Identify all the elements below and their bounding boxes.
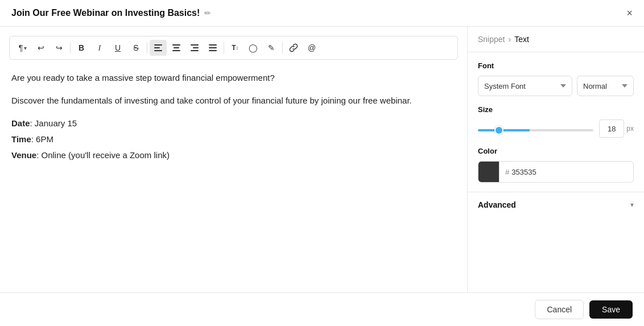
pen-tool-button[interactable]: ✎: [263, 40, 280, 56]
size-slider[interactable]: [478, 129, 593, 131]
svg-rect-1: [154, 47, 160, 48]
svg-rect-0: [154, 44, 162, 46]
strikethrough-button[interactable]: S: [127, 40, 145, 56]
color-section: Color #: [468, 147, 644, 192]
mention-button[interactable]: @: [303, 40, 320, 56]
toolbar-divider-3: [224, 42, 224, 53]
size-section-label: Size: [478, 105, 634, 114]
chevron-down-icon: ▾: [630, 201, 634, 209]
paragraph-icon: ¶: [19, 43, 23, 52]
size-section: Size px: [468, 105, 644, 147]
align-center-button[interactable]: [168, 40, 185, 56]
venue-value: : Online (you'll receive a Zoom link): [36, 150, 170, 160]
font-weight-select[interactable]: Normal Bold Light Medium: [577, 76, 634, 96]
modal-footer: Cancel Save: [0, 292, 644, 326]
modal-title: Join Our Free Webinar on Investing Basic…: [11, 8, 200, 18]
fill-color-button[interactable]: ◯: [245, 40, 262, 56]
color-section-label: Color: [478, 147, 634, 155]
date-label: Date: [11, 118, 30, 128]
size-input[interactable]: [599, 119, 624, 138]
align-justify-button[interactable]: [204, 40, 221, 56]
toolbar-divider-2: [147, 42, 147, 53]
size-unit: px: [626, 125, 634, 133]
align-right-button[interactable]: [186, 40, 203, 56]
editor-venue-line: Venue: Online (you'll receive a Zoom lin…: [11, 148, 456, 162]
panel-breadcrumb: Snippet › Text: [468, 27, 644, 52]
link-icon: [289, 43, 298, 52]
svg-rect-11: [209, 50, 217, 51]
save-button[interactable]: Save: [589, 300, 633, 319]
svg-rect-8: [191, 50, 199, 51]
editor-content[interactable]: Are you ready to take a massive step tow…: [9, 67, 458, 283]
color-hex-input[interactable]: [511, 168, 633, 176]
editor-area: ¶ ▾ ↩ ↪ B I U S: [0, 27, 468, 292]
font-row: System Font Arial Georgia Times New Roma…: [478, 76, 634, 96]
font-size-button[interactable]: T↕: [226, 40, 243, 56]
svg-rect-5: [172, 50, 180, 51]
toolbar: ¶ ▾ ↩ ↪ B I U S: [9, 36, 458, 60]
paragraph-dropdown-button[interactable]: ¶ ▾: [14, 40, 31, 56]
align-left-icon: [154, 44, 162, 51]
font-section-label: Font: [478, 61, 634, 70]
align-center-icon: [172, 44, 180, 51]
size-slider-wrap: [478, 123, 593, 134]
size-row: px: [478, 119, 634, 138]
close-icon[interactable]: ×: [626, 8, 633, 18]
svg-rect-7: [193, 47, 199, 48]
italic-button[interactable]: I: [91, 40, 108, 56]
svg-rect-10: [209, 47, 217, 48]
cancel-button[interactable]: Cancel: [535, 300, 584, 319]
breadcrumb-parent[interactable]: Snippet: [478, 35, 505, 44]
redo-button[interactable]: ↪: [51, 40, 68, 56]
time-value: : 6PM: [31, 134, 53, 144]
right-panel: Snippet › Text Font System Font Arial Ge…: [468, 27, 644, 292]
toolbar-divider-4: [282, 42, 283, 53]
color-hash: #: [499, 168, 511, 176]
editor-paragraph-1: Are you ready to take a massive step tow…: [11, 71, 456, 85]
undo-button[interactable]: ↩: [32, 40, 49, 56]
link-button[interactable]: [285, 40, 302, 56]
align-right-icon: [191, 44, 199, 51]
editor-date-line: Date: January 15: [11, 117, 456, 130]
advanced-label: Advanced: [478, 200, 516, 209]
svg-rect-4: [174, 47, 179, 48]
venue-label: Venue: [11, 150, 36, 160]
align-left-button[interactable]: [150, 40, 167, 56]
time-label: Time: [11, 134, 31, 144]
modal-body: ¶ ▾ ↩ ↪ B I U S: [0, 27, 644, 292]
bold-button[interactable]: B: [73, 40, 90, 56]
toolbar-divider-1: [70, 42, 71, 53]
modal-header: Join Our Free Webinar on Investing Basic…: [0, 0, 644, 27]
svg-rect-2: [154, 50, 162, 51]
editor-time-line: Time: 6PM: [11, 133, 456, 146]
svg-rect-3: [172, 44, 180, 46]
edit-icon[interactable]: ✏: [204, 9, 211, 18]
breadcrumb-current: Text: [514, 35, 529, 44]
color-swatch[interactable]: [478, 162, 499, 182]
breadcrumb-separator: ›: [508, 35, 511, 44]
paragraph-dropdown-arrow: ▾: [24, 45, 27, 51]
modal: Join Our Free Webinar on Investing Basic…: [0, 0, 644, 326]
modal-title-area: Join Our Free Webinar on Investing Basic…: [11, 8, 211, 18]
date-value: : January 15: [30, 118, 77, 128]
color-row: #: [478, 161, 634, 183]
advanced-section[interactable]: Advanced ▾: [468, 192, 644, 217]
size-input-wrap: px: [599, 119, 634, 138]
svg-rect-6: [191, 44, 199, 46]
font-family-select[interactable]: System Font Arial Georgia Times New Roma…: [478, 76, 572, 96]
font-section: Font System Font Arial Georgia Times New…: [468, 52, 644, 105]
underline-button[interactable]: U: [109, 40, 126, 56]
align-justify-icon: [209, 44, 217, 51]
editor-paragraph-2: Discover the fundamentals of investing a…: [11, 94, 456, 108]
svg-rect-9: [209, 44, 217, 46]
